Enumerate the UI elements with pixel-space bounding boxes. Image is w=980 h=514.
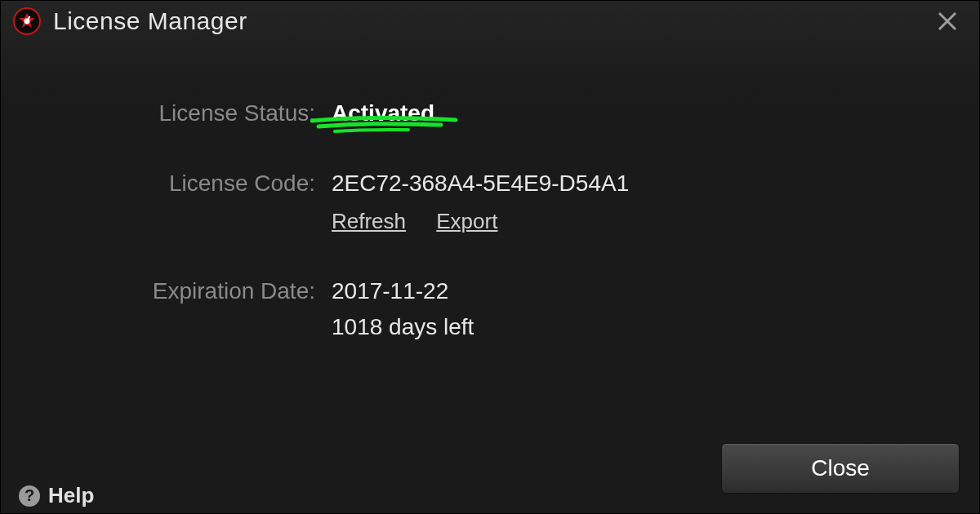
window-title: License Manager — [53, 7, 247, 35]
label-code: License Code: — [127, 169, 332, 198]
value-status: Activated — [332, 99, 434, 128]
value-code: 2EC72-368A4-5E4E9-D54A1 — [332, 169, 629, 198]
dialog-body: License Status: Activated License Code: … — [1, 99, 979, 383]
license-manager-dialog: License Manager License Status: Activate… — [0, 0, 980, 514]
help-link[interactable]: ? Help — [19, 483, 94, 508]
help-label: Help — [48, 483, 94, 508]
label-status: License Status: — [127, 99, 332, 128]
refresh-link[interactable]: Refresh — [332, 209, 406, 233]
row-code: License Code: 2EC72-368A4-5E4E9-D54A1 Re… — [127, 169, 979, 236]
dialog-footer: ? Help Close — [1, 440, 979, 513]
row-expiration: Expiration Date: 2017-11-22 1018 days le… — [127, 277, 979, 342]
code-actions: Refresh Export — [332, 206, 629, 236]
close-button[interactable]: Close — [721, 443, 960, 494]
close-button-label: Close — [811, 455, 870, 481]
row-status: License Status: Activated — [127, 99, 979, 128]
export-link[interactable]: Export — [436, 209, 497, 233]
close-icon[interactable] — [927, 5, 968, 38]
app-icon — [12, 7, 42, 36]
value-days-left: 1018 days left — [332, 312, 474, 342]
label-expiration: Expiration Date: — [127, 277, 332, 306]
titlebar: License Manager — [1, 1, 979, 38]
value-expiration-date: 2017-11-22 — [332, 277, 474, 306]
help-icon: ? — [19, 485, 40, 507]
